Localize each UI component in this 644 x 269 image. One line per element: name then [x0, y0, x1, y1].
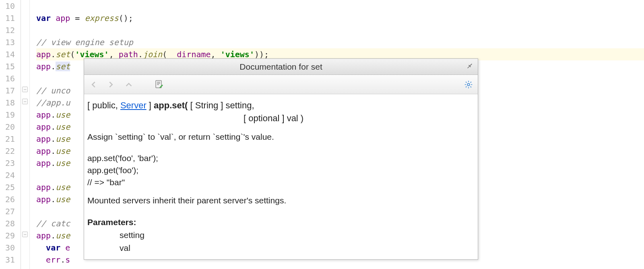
line-number: 11	[0, 12, 15, 24]
line-number: 24	[0, 169, 15, 181]
fold-marker[interactable]: −	[22, 232, 28, 237]
code-line[interactable]: // view engine setup	[36, 36, 644, 48]
doc-description: Assign `setting` to `val`, or return `se…	[87, 130, 475, 143]
line-number: 27	[0, 205, 15, 217]
doc-popup-titlebar[interactable]: Documentation for set	[84, 59, 478, 75]
back-icon[interactable]	[88, 79, 99, 90]
sig-call: app.set(	[154, 100, 188, 110]
line-number: 30	[0, 242, 15, 254]
sig-param-2: [ optional ] val )	[87, 112, 475, 125]
line-number-gutter: 1011121314151617181920212223242526272829…	[0, 0, 21, 269]
fold-marker[interactable]: −	[22, 99, 28, 104]
fold-column: − − −	[21, 0, 30, 269]
line-number: 20	[0, 121, 15, 133]
doc-example-line: app.set('foo', 'bar');	[87, 152, 475, 164]
doc-toolbar	[84, 75, 478, 94]
line-number: 31	[0, 254, 15, 266]
doc-example-line: app.get('foo');	[87, 164, 475, 176]
line-number: 17	[0, 85, 15, 97]
line-number: 18	[0, 97, 15, 109]
line-number: 19	[0, 109, 15, 121]
sig-type-link[interactable]: Server	[120, 100, 147, 110]
doc-note: Mounted servers inherit their parent ser…	[87, 194, 475, 207]
sig-bracket-close: ]	[147, 100, 154, 110]
up-icon[interactable]	[124, 79, 134, 90]
fold-marker[interactable]: −	[22, 87, 28, 92]
line-number: 21	[0, 133, 15, 145]
line-number: 13	[0, 36, 15, 48]
doc-example-line: // => "bar"	[87, 176, 475, 188]
documentation-popup: Documentation for set [ public, Server ]…	[84, 58, 478, 260]
code-line[interactable]	[36, 24, 644, 36]
line-number: 25	[0, 181, 15, 193]
pin-icon[interactable]	[466, 62, 474, 72]
line-number: 10	[0, 0, 15, 12]
line-number: 28	[0, 217, 15, 230]
svg-point-4	[467, 83, 470, 86]
doc-body: [ public, Server ] app.set( [ String ] s…	[84, 94, 478, 259]
line-number: 16	[0, 72, 15, 85]
doc-popup-title: Documentation for set	[239, 62, 322, 72]
doc-parameters-heading: Parameters:	[87, 216, 475, 229]
doc-example: app.set('foo', 'bar'); app.get('foo'); /…	[87, 152, 475, 188]
line-number: 12	[0, 24, 15, 36]
code-line[interactable]	[36, 0, 644, 12]
line-number: 22	[0, 145, 15, 157]
code-line[interactable]: var app = express();	[36, 12, 644, 24]
line-number: 26	[0, 193, 15, 205]
edit-source-icon[interactable]	[154, 79, 165, 90]
line-number: 29	[0, 230, 15, 242]
line-number: 14	[0, 48, 15, 60]
forward-icon[interactable]	[106, 79, 116, 90]
doc-param-item: val	[87, 242, 475, 255]
doc-signature: [ public, Server ] app.set( [ String ] s…	[87, 99, 475, 112]
doc-param-item: setting	[87, 229, 475, 242]
sig-modifiers: [ public,	[87, 100, 120, 110]
svg-line-12	[471, 82, 471, 83]
line-number: 15	[0, 60, 15, 72]
sig-param-1: [ String ] setting,	[188, 100, 254, 110]
gear-icon[interactable]	[463, 79, 474, 90]
line-number: 23	[0, 157, 15, 169]
